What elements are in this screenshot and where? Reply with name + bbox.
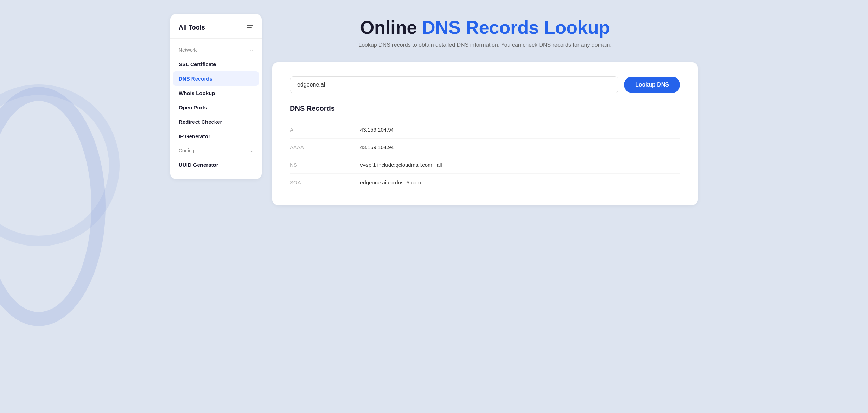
sidebar-item-ssl-certificate[interactable]: SSL Certificate xyxy=(170,57,262,71)
dns-type-ns: NS xyxy=(290,162,360,168)
sidebar-item-ip-generator[interactable]: IP Generator xyxy=(170,129,262,144)
main-content: Online DNS Records Lookup Lookup DNS rec… xyxy=(272,14,698,205)
sidebar-item-label: Open Ports xyxy=(179,104,207,110)
results-title: DNS Records xyxy=(290,104,680,113)
lookup-dns-button[interactable]: Lookup DNS xyxy=(624,77,680,93)
page-title-blue: DNS Records Lookup xyxy=(422,17,610,38)
sidebar-item-label: UUID Generator xyxy=(179,162,218,168)
table-row: NS v=spf1 include:qcloudmail.com ~all xyxy=(290,156,680,174)
sidebar-item-label: Redirect Checker xyxy=(179,119,222,125)
sidebar-item-redirect-checker[interactable]: Redirect Checker xyxy=(170,115,262,129)
sidebar-header: All Tools xyxy=(170,21,262,39)
sidebar: All Tools Network ⌄ SSL Certificate DNS … xyxy=(170,14,262,179)
dns-type-aaaa: AAAA xyxy=(290,144,360,150)
table-row: SOA edgeone.ai.eo.dnse5.com xyxy=(290,174,680,191)
page-subtitle: Lookup DNS records to obtain detailed DN… xyxy=(272,42,698,48)
table-row: A 43.159.104.94 xyxy=(290,121,680,139)
sidebar-item-coding[interactable]: Coding ⌄ xyxy=(170,144,262,158)
sidebar-item-network[interactable]: Network ⌄ xyxy=(170,43,262,57)
sidebar-item-open-ports[interactable]: Open Ports xyxy=(170,100,262,115)
sidebar-item-label: Whois Lookup xyxy=(179,90,215,96)
app-layout: All Tools Network ⌄ SSL Certificate DNS … xyxy=(170,14,698,205)
dns-type-soa: SOA xyxy=(290,179,360,185)
table-row: AAAA 43.159.104.94 xyxy=(290,139,680,156)
page-header: Online DNS Records Lookup Lookup DNS rec… xyxy=(272,14,698,55)
dns-records-table: A 43.159.104.94 AAAA 43.159.104.94 NS v=… xyxy=(290,121,680,191)
page-title-black: Online xyxy=(360,17,417,38)
chevron-down-icon: ⌄ xyxy=(250,148,253,153)
sidebar-item-label: SSL Certificate xyxy=(179,61,216,67)
sidebar-item-label: DNS Records xyxy=(179,76,212,82)
sidebar-item-dns-records[interactable]: DNS Records xyxy=(173,71,259,86)
sidebar-item-label: Coding xyxy=(179,148,194,153)
sidebar-item-whois-lookup[interactable]: Whois Lookup xyxy=(170,86,262,100)
sidebar-item-label: Network xyxy=(179,47,197,53)
sidebar-title: All Tools xyxy=(179,24,205,31)
main-card: Lookup DNS DNS Records A 43.159.104.94 A… xyxy=(272,62,698,205)
sidebar-item-uuid-generator[interactable]: UUID Generator xyxy=(170,158,262,172)
chevron-down-icon: ⌄ xyxy=(250,47,253,52)
domain-input[interactable] xyxy=(290,76,618,93)
dns-type-a: A xyxy=(290,127,360,133)
search-row: Lookup DNS xyxy=(290,76,680,93)
dns-value-soa: edgeone.ai.eo.dnse5.com xyxy=(360,179,680,185)
sidebar-item-label: IP Generator xyxy=(179,133,210,139)
dns-value-ns: v=spf1 include:qcloudmail.com ~all xyxy=(360,162,680,168)
dns-value-a: 43.159.104.94 xyxy=(360,127,680,133)
menu-icon[interactable] xyxy=(247,25,253,30)
dns-value-aaaa: 43.159.104.94 xyxy=(360,144,680,150)
page-title: Online DNS Records Lookup xyxy=(272,18,698,38)
